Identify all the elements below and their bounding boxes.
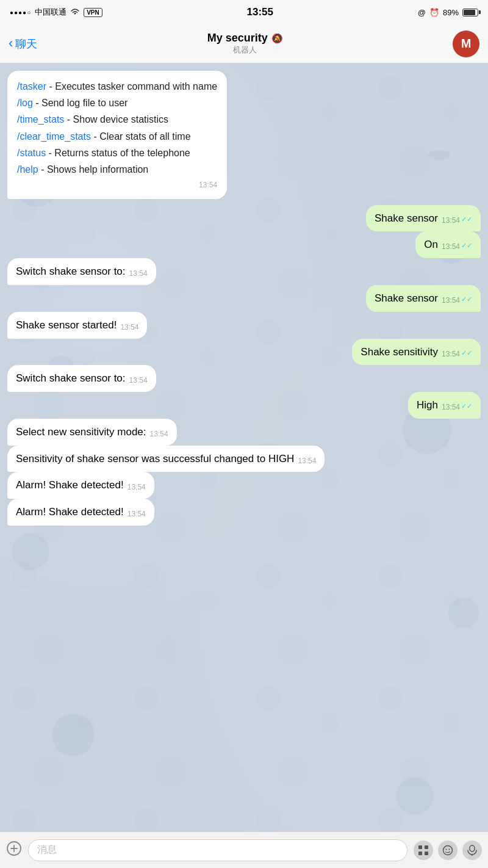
table-row: Switch shake sensor to:13:54 bbox=[7, 258, 481, 285]
help-time: 13:54 bbox=[17, 179, 217, 191]
wifi-icon bbox=[70, 7, 80, 17]
table-row: Shake sensor13:54✓✓ bbox=[7, 205, 481, 232]
battery-percent: 89% bbox=[443, 8, 459, 17]
svg-rect-18 bbox=[470, 845, 475, 852]
bubble-time: 13:54 bbox=[127, 483, 146, 491]
battery-icon bbox=[462, 9, 478, 16]
bubble-time: 13:54 bbox=[150, 430, 168, 438]
message-bubble: High13:54✓✓ bbox=[408, 392, 481, 419]
svg-point-7 bbox=[396, 778, 433, 814]
bubble-text: Shake sensor bbox=[375, 292, 438, 304]
message-input[interactable]: 消息 bbox=[28, 839, 407, 861]
help-line: /clear_time_stats - Clear stats of all t… bbox=[17, 128, 217, 145]
table-row: Select new sensitivity mode:13:54 bbox=[7, 419, 481, 446]
back-button[interactable]: ‹ 聊天 bbox=[9, 37, 37, 51]
table-row: /tasker - Executes tasker command with n… bbox=[7, 71, 481, 199]
help-line: /tasker - Executes tasker command with n… bbox=[17, 78, 217, 95]
message-bubble: Switch shake sensor to:13:54 bbox=[7, 365, 156, 392]
bubble-time: 13:54 bbox=[127, 510, 146, 518]
table-row: Shake sensitivity13:54✓✓ bbox=[7, 339, 481, 366]
bubble-text: On bbox=[424, 239, 438, 250]
nav-title-block: My security 🔕 机器人 bbox=[207, 32, 283, 56]
status-time: 13:55 bbox=[247, 6, 273, 18]
help-line: /log - Send log file to user bbox=[17, 95, 217, 111]
message-bubble: On13:54✓✓ bbox=[415, 231, 481, 258]
table-row: Switch shake sensor to:13:54 bbox=[7, 365, 481, 392]
read-receipts: ✓✓ bbox=[461, 215, 472, 223]
svg-point-6 bbox=[52, 714, 95, 756]
back-chevron-icon: ‹ bbox=[9, 37, 13, 50]
bubble-time: 13:54 bbox=[442, 242, 460, 251]
carrier-label: 中国联通 bbox=[35, 7, 66, 18]
bubble-text: High bbox=[417, 399, 438, 411]
bubble-text: Switch shake sensor to: bbox=[16, 372, 126, 384]
table-row: High13:54✓✓ bbox=[7, 392, 481, 419]
messages-list: /tasker - Executes tasker command with n… bbox=[7, 71, 481, 526]
bubble-time: 13:54 bbox=[129, 376, 148, 385]
read-receipts: ✓✓ bbox=[461, 349, 472, 356]
status-right: @ ⏰ 89% bbox=[418, 8, 478, 17]
signal-dots: ●●●●○ bbox=[10, 9, 31, 16]
bubble-time: 13:54 bbox=[129, 269, 148, 278]
svg-rect-14 bbox=[425, 852, 428, 855]
message-bubble: Alarm! Shake detected!13:54 bbox=[7, 472, 154, 499]
table-row: Shake sensor13:54✓✓ bbox=[7, 285, 481, 312]
bubble-text: Select new sensitivity mode: bbox=[16, 426, 146, 438]
bubble-time: 13:54 bbox=[442, 216, 460, 225]
alarm-icon: ⏰ bbox=[429, 8, 439, 17]
input-bar: 消息 bbox=[0, 831, 488, 868]
bubble-time: 13:54 bbox=[442, 350, 460, 358]
svg-point-15 bbox=[443, 845, 453, 855]
svg-point-17 bbox=[449, 848, 450, 850]
nav-title-row: My security 🔕 bbox=[207, 32, 283, 45]
read-receipts: ✓✓ bbox=[461, 242, 472, 249]
svg-rect-13 bbox=[418, 852, 422, 855]
read-receipts: ✓✓ bbox=[461, 295, 472, 303]
help-bubble: /tasker - Executes tasker command with n… bbox=[7, 71, 227, 199]
mute-icon: 🔕 bbox=[271, 33, 283, 44]
grid-button[interactable] bbox=[414, 841, 433, 860]
message-placeholder: 消息 bbox=[37, 844, 57, 856]
bubble-text: Shake sensor bbox=[375, 212, 438, 224]
help-line: /status - Returns status of the telephon… bbox=[17, 145, 217, 161]
input-icons-right bbox=[414, 841, 482, 860]
table-row: Alarm! Shake detected!13:54 bbox=[7, 499, 481, 526]
help-line: /time_stats - Show device statistics bbox=[17, 111, 217, 128]
bubble-time: 13:54 bbox=[298, 457, 316, 465]
table-row: Alarm! Shake detected!13:54 bbox=[7, 472, 481, 499]
avatar[interactable]: M bbox=[453, 31, 479, 57]
svg-rect-11 bbox=[418, 845, 422, 849]
svg-point-16 bbox=[446, 848, 447, 850]
message-bubble: Shake sensor13:54✓✓ bbox=[366, 285, 481, 312]
status-left: ●●●●○ 中国联通 VPN bbox=[10, 7, 102, 18]
chat-title: My security bbox=[207, 32, 268, 45]
nav-bar: ‹ 聊天 My security 🔕 机器人 M bbox=[0, 24, 488, 63]
mic-button[interactable] bbox=[462, 841, 482, 860]
messages-container: Shake sensor13:54✓✓On13:54✓✓Switch shake… bbox=[7, 205, 481, 526]
help-line: /help - Shows help information bbox=[17, 161, 217, 178]
svg-rect-12 bbox=[425, 845, 428, 849]
bubble-text: Alarm! Shake detected! bbox=[16, 479, 124, 491]
svg-point-5 bbox=[448, 598, 479, 628]
attach-button[interactable] bbox=[6, 841, 22, 860]
message-bubble: Switch shake sensor to:13:54 bbox=[7, 258, 156, 285]
status-bar: ●●●●○ 中国联通 VPN 13:55 @ ⏰ 89% bbox=[0, 0, 488, 24]
bubble-text: Shake sensor started! bbox=[16, 319, 117, 331]
table-row: On13:54✓✓ bbox=[7, 231, 481, 258]
bubble-text: Switch shake sensor to: bbox=[16, 266, 126, 277]
table-row: Shake sensor started!13:54 bbox=[7, 312, 481, 339]
bubble-text: Alarm! Shake detected! bbox=[16, 506, 124, 518]
read-receipts: ✓✓ bbox=[461, 402, 472, 410]
bubble-text: Shake sensitivity bbox=[361, 346, 438, 358]
table-row: Sensitivity of shake sensor was successf… bbox=[7, 446, 481, 472]
message-bubble: Alarm! Shake detected!13:54 bbox=[7, 499, 154, 526]
sticker-button[interactable] bbox=[438, 841, 458, 860]
message-bubble: Sensitivity of shake sensor was successf… bbox=[7, 446, 325, 472]
message-bubble: Shake sensitivity13:54✓✓ bbox=[352, 339, 481, 366]
location-icon: @ bbox=[418, 8, 426, 17]
svg-point-4 bbox=[12, 533, 49, 570]
back-label: 聊天 bbox=[15, 37, 37, 51]
message-bubble: Select new sensitivity mode:13:54 bbox=[7, 419, 177, 446]
chat-area: /tasker - Executes tasker command with n… bbox=[0, 63, 488, 831]
message-bubble: Shake sensor started!13:54 bbox=[7, 312, 147, 339]
